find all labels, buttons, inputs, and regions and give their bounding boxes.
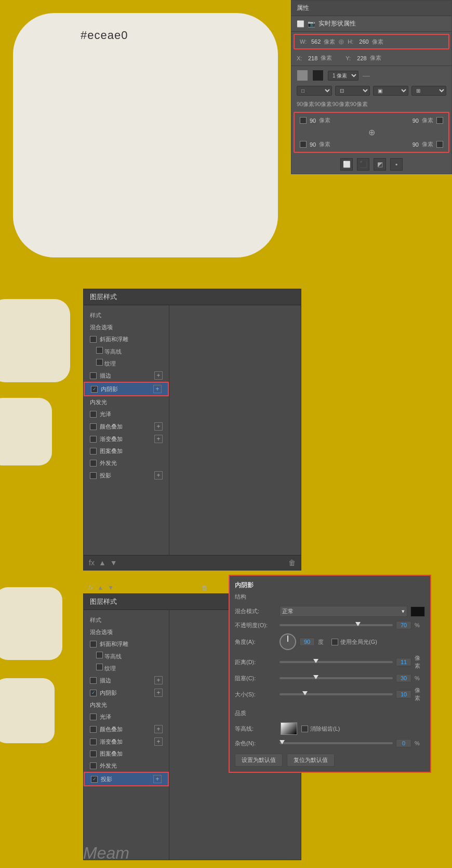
gradient-overlay-check-2[interactable]: [90, 739, 97, 745]
align-dropdown-2[interactable]: ⊡: [335, 86, 370, 96]
fill-color[interactable]: [297, 70, 308, 81]
drop-shadow-plus-2[interactable]: +: [153, 775, 162, 783]
stroke-check[interactable]: [90, 372, 97, 379]
drop-shadow-plus[interactable]: +: [154, 471, 163, 480]
gradient-overlay-item-2[interactable]: 渐变叠加 +: [84, 735, 169, 748]
is-noise-slider[interactable]: [280, 742, 393, 744]
contour-sub-check[interactable]: [96, 347, 103, 354]
is-blend-color[interactable]: [410, 606, 425, 617]
stroke-item[interactable]: 描边 +: [84, 369, 169, 382]
is-opacity-slider[interactable]: [280, 624, 393, 626]
drop-shadow-check[interactable]: [90, 472, 97, 479]
contour-sub-item[interactable]: 等高线: [84, 345, 169, 357]
inner-glow-item[interactable]: 内发光: [84, 396, 169, 408]
is-angle-dial[interactable]: [280, 633, 296, 650]
inner-shadow-item[interactable]: 内阴影 +: [84, 382, 169, 396]
satin-check[interactable]: [90, 411, 97, 418]
is-opacity-value[interactable]: 70: [396, 621, 411, 629]
is-angle-value[interactable]: 90: [299, 638, 315, 646]
trash-icon[interactable]: 🗑: [288, 559, 296, 567]
satin-item[interactable]: 光泽: [84, 408, 169, 420]
stroke-plus-2[interactable]: +: [154, 676, 163, 684]
gradient-overlay-check[interactable]: [90, 436, 97, 443]
align-dropdown-1[interactable]: □: [297, 86, 332, 96]
drop-shadow-check-2[interactable]: [91, 776, 98, 783]
fx-trash-icon[interactable]: 🗑: [202, 584, 208, 591]
is-choke-value[interactable]: 30: [396, 674, 411, 682]
inner-shadow-plus[interactable]: +: [153, 385, 162, 393]
link-icon[interactable]: ⊕: [338, 37, 344, 46]
color-overlay-plus[interactable]: +: [154, 422, 163, 431]
is-set-default-btn[interactable]: 设置为默认值: [235, 754, 283, 767]
outer-glow-check[interactable]: [90, 460, 97, 467]
satin-check-2[interactable]: [90, 714, 97, 720]
corner-link-icon[interactable]: ⊕: [368, 128, 375, 137]
satin-item-2[interactable]: 光泽: [84, 711, 169, 723]
align-dropdown-3[interactable]: ▣: [373, 86, 408, 96]
contour-sub-check-2[interactable]: [96, 652, 103, 658]
inner-shadow-plus-2[interactable]: +: [154, 689, 163, 697]
drop-shadow-item[interactable]: 投影 +: [84, 469, 169, 482]
texture-sub-check[interactable]: [96, 359, 103, 366]
is-reset-default-btn[interactable]: 复位为默认值: [287, 754, 335, 767]
align-dropdown-4[interactable]: ⊞: [411, 86, 447, 96]
transform-btn-2[interactable]: ⬛: [357, 158, 369, 171]
is-blend-mode-dropdown[interactable]: 正常 ▾: [280, 606, 407, 617]
transform-btn-3[interactable]: ◩: [374, 158, 386, 171]
bevel-emboss-check[interactable]: [90, 336, 97, 343]
blend-options-item[interactable]: 混合选项: [84, 321, 169, 333]
texture-sub-check-2[interactable]: [96, 664, 103, 670]
corner-tl-checkbox[interactable]: [300, 117, 307, 124]
pattern-overlay-check-2[interactable]: [90, 750, 97, 757]
transform-btn-1[interactable]: ⬜: [340, 158, 353, 171]
stroke-dropdown[interactable]: 1 像素: [328, 71, 358, 81]
is-distance-value[interactable]: 11: [396, 658, 411, 666]
gradient-overlay-item[interactable]: 渐变叠加 +: [84, 433, 169, 445]
inner-shadow-item-2[interactable]: 内阴影 +: [84, 686, 169, 699]
color-overlay-item-2[interactable]: 颜色叠加 +: [84, 723, 169, 735]
transform-btn-4[interactable]: ▪: [390, 158, 403, 171]
down-arrow-icon[interactable]: ▼: [110, 559, 117, 567]
corner-bl-checkbox[interactable]: [300, 141, 307, 148]
outer-glow-item-2[interactable]: 外发光: [84, 760, 169, 772]
inner-shadow-check-2[interactable]: [90, 690, 97, 696]
is-choke-slider[interactable]: [280, 677, 393, 679]
drop-shadow-item-2[interactable]: 投影 +: [84, 772, 169, 786]
bevel-emboss-item[interactable]: 斜面和浮雕: [84, 333, 169, 345]
color-overlay-check-2[interactable]: [90, 726, 97, 733]
gradient-overlay-plus[interactable]: +: [154, 435, 163, 443]
is-size-value[interactable]: 10: [396, 690, 411, 698]
color-overlay-check[interactable]: [90, 423, 97, 430]
corner-tr-checkbox[interactable]: [436, 117, 443, 124]
is-anti-alias-check[interactable]: [301, 726, 308, 732]
blend-options-item-2[interactable]: 混合选项: [84, 626, 169, 638]
stroke-plus[interactable]: +: [154, 371, 163, 380]
stroke-color[interactable]: [312, 70, 324, 81]
inner-glow-item-2[interactable]: 内发光: [84, 699, 169, 711]
gradient-overlay-plus-2[interactable]: +: [154, 737, 163, 746]
outer-glow-item[interactable]: 外发光: [84, 457, 169, 469]
is-distance-slider[interactable]: [280, 661, 393, 663]
outer-glow-check-2[interactable]: [90, 762, 97, 769]
stroke-check-2[interactable]: [90, 677, 97, 684]
is-noise-value[interactable]: 0: [396, 739, 411, 747]
is-contour-preview[interactable]: [281, 722, 297, 735]
texture-sub-item-2[interactable]: 纹理: [84, 662, 169, 674]
is-global-light-check[interactable]: [331, 639, 338, 645]
pattern-overlay-item-2[interactable]: 图案叠加: [84, 748, 169, 760]
inner-shadow-check[interactable]: [91, 386, 98, 393]
up-arrow-icon[interactable]: ▲: [99, 559, 106, 567]
stroke-item-2[interactable]: 描边 +: [84, 674, 169, 686]
corner-br-checkbox[interactable]: [436, 141, 443, 148]
pattern-overlay-item[interactable]: 图案叠加: [84, 445, 169, 457]
is-size-slider[interactable]: [280, 693, 393, 695]
fx-down-icon[interactable]: ▼: [108, 584, 114, 591]
fx-up-icon[interactable]: ▲: [97, 584, 103, 591]
bevel-emboss-check-2[interactable]: [90, 641, 97, 647]
contour-sub-item-2[interactable]: 等高线: [84, 650, 169, 662]
texture-sub-item[interactable]: 纹理: [84, 357, 169, 369]
bevel-emboss-item-2[interactable]: 斜面和浮雕: [84, 638, 169, 650]
color-overlay-plus-2[interactable]: +: [154, 725, 163, 733]
pattern-overlay-check[interactable]: [90, 448, 97, 455]
color-overlay-item[interactable]: 颜色叠加 +: [84, 420, 169, 433]
